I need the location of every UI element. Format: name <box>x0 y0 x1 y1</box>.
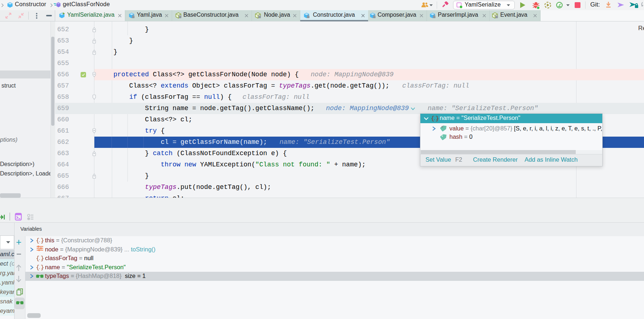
svg-text:}: } <box>41 265 44 271</box>
svg-text:}: } <box>41 238 44 244</box>
svg-text:}: } <box>436 116 439 122</box>
svg-text:❄: ❄ <box>441 125 444 129</box>
svg-text:}: } <box>41 255 44 262</box>
